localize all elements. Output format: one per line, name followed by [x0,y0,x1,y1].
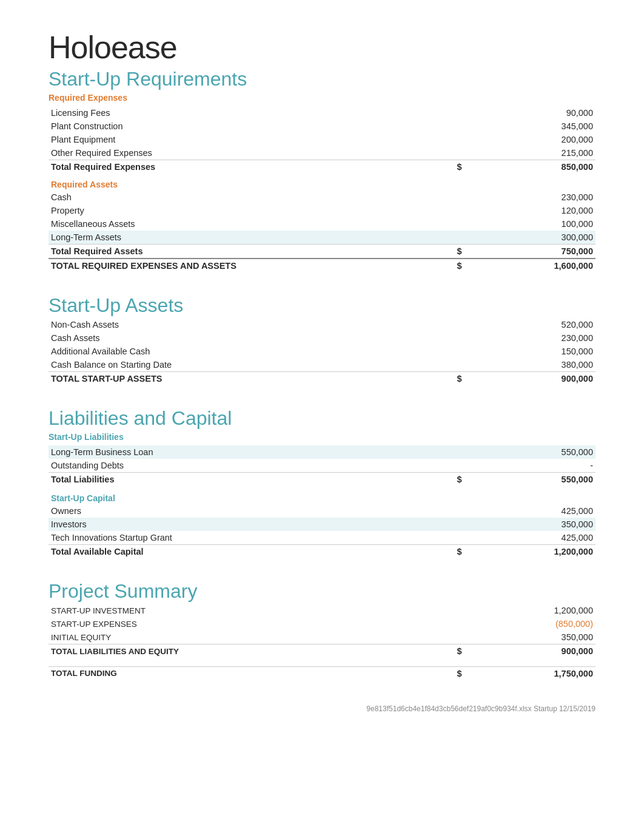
row-label: Other Required Expenses [49,146,431,160]
total-capital-row: Total Available Capital$1,200,000 [49,545,595,559]
app-title: Holoease [49,29,595,66]
list-item: Long-Term Business Loan550,000 [49,445,595,459]
row-value: 200,000 [465,133,595,146]
required-expenses-table: Licensing Fees90,000Plant Construction34… [49,106,595,272]
total-required-expenses-row: Total Required Expenses$850,000 [49,160,595,174]
total-liabilities-row: Total Liabilities$550,000 [49,473,595,487]
list-item: Cash Assets230,000 [49,331,595,345]
required-assets-header-row: Required Assets [49,174,595,191]
total-liabilities-equity-row: TOTAL LIABILITIES AND EQUITY$900,000 [49,644,595,658]
list-item: Miscellaneous Assets100,000 [49,217,595,231]
row-label: Licensing Fees [49,106,431,120]
liabilities-capital-section: Liabilities and Capital Start-Up Liabili… [49,407,595,558]
liabilities-capital-title: Liabilities and Capital [49,407,595,430]
startup-capital-header-row: Start-Up Capital [49,486,595,504]
project-summary-section: Project Summary START-UP INVESTMENT1,200… [49,580,595,680]
project-summary-table: START-UP INVESTMENT1,200,000START-UP EXP… [49,604,595,680]
list-item: Long-Term Assets300,000 [49,231,595,245]
list-item: Property120,000 [49,204,595,217]
total-startup-assets-row: TOTAL START-UP ASSETS$900,000 [49,372,595,386]
liabilities-table: Long-Term Business Loan550,000Outstandin… [49,445,595,558]
list-item: Owners425,000 [49,504,595,518]
row-value: 215,000 [465,146,595,160]
total-required-assets-row: Total Required Assets$750,000 [49,245,595,259]
list-item: Investors350,000 [49,518,595,531]
row-label: Plant Construction [49,120,431,133]
required-expenses-subtitle: Required Expenses [49,93,595,103]
startup-assets-section: Start-Up Assets Non-Cash Assets520,000Ca… [49,294,595,385]
list-item: Plant Equipment200,000 [49,133,595,146]
grand-total-row: TOTAL REQUIRED EXPENSES AND ASSETS$1,600… [49,259,595,272]
row-label: Plant Equipment [49,133,431,146]
startup-liabilities-subtitle: Start-Up Liabilities [49,432,595,442]
total-funding-row: TOTAL FUNDING$1,750,000 [49,666,595,680]
list-item: START-UP INVESTMENT1,200,000 [49,604,595,617]
startup-assets-table: Non-Cash Assets520,000Cash Assets230,000… [49,318,595,385]
project-summary-title: Project Summary [49,580,595,603]
list-item: Additional Available Cash150,000 [49,345,595,358]
startup-assets-title: Start-Up Assets [49,294,595,317]
list-item: Licensing Fees90,000 [49,106,595,120]
startup-requirements-title: Start-Up Requirements [49,68,595,90]
list-item: Plant Construction345,000 [49,120,595,133]
row-value: 345,000 [465,120,595,133]
list-item: Other Required Expenses215,000 [49,146,595,160]
list-item: INITIAL EQUITY350,000 [49,630,595,644]
list-item: Cash230,000 [49,191,595,204]
list-item: START-UP EXPENSES(850,000) [49,617,595,630]
footer: 9e813f51d6cb4e1f84d3cb56def219af0c9b934f… [49,705,595,713]
list-item: Tech Innovations Startup Grant425,000 [49,531,595,545]
startup-requirements-section: Start-Up Requirements Required Expenses … [49,68,595,272]
list-item: Cash Balance on Starting Date380,000 [49,358,595,372]
row-value: 90,000 [465,106,595,120]
list-item: Outstanding Debts- [49,459,595,473]
list-item: Non-Cash Assets520,000 [49,318,595,331]
